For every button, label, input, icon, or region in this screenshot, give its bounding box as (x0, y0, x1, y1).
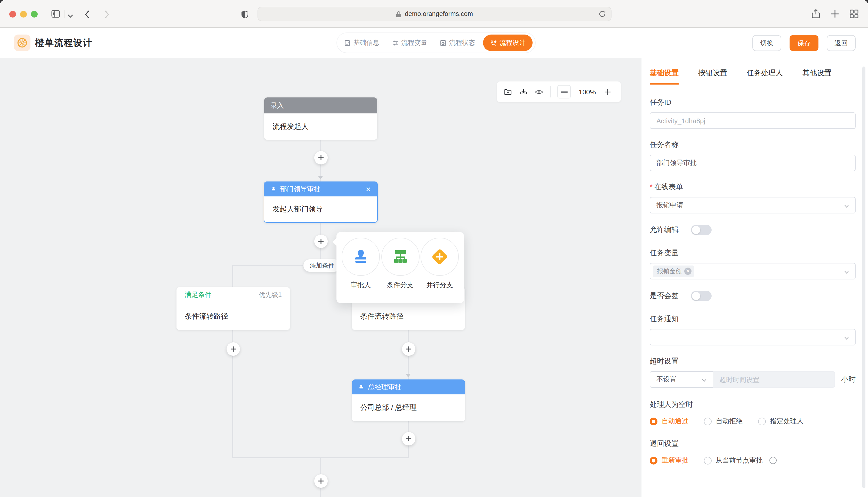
field-label: 超时设置 (650, 357, 856, 366)
field-label: 处理人为空时 (650, 400, 856, 409)
select-value: 报销申请 (657, 201, 683, 210)
back-button[interactable]: 返回 (827, 35, 856, 51)
remove-tag-icon[interactable]: ✕ (684, 268, 691, 275)
header-actions: 切换 保存 返回 (753, 35, 856, 51)
countersign-toggle[interactable] (691, 291, 712, 301)
tab-basic-settings[interactable]: 基础设置 (650, 58, 679, 85)
add-condition-pill[interactable]: 添加条件 (303, 259, 341, 272)
plus-icon (318, 155, 324, 161)
minus-icon (560, 87, 568, 96)
doc-status-icon (440, 40, 447, 46)
toolbar-divider (550, 86, 551, 97)
timeout-mode-select[interactable]: 不设置 (650, 371, 713, 388)
node-gm-body: 公司总部 / 总经理 (352, 394, 465, 421)
tab-task-handler[interactable]: 任务处理人 (747, 58, 783, 85)
add-node-button[interactable] (314, 151, 328, 165)
popup-item-parallel-branch[interactable]: 并行分支 (420, 238, 459, 303)
new-tab-icon[interactable] (830, 9, 840, 19)
download-icon[interactable] (519, 87, 528, 96)
shield-icon[interactable] (240, 9, 249, 19)
tab-overview-icon[interactable] (849, 9, 859, 19)
branch-left-drop (232, 265, 233, 288)
node-gm-title: 总经理审批 (368, 382, 401, 392)
sidebar-toggle-icon[interactable] (51, 9, 61, 19)
popup-item-approver[interactable]: 审批人 (341, 238, 380, 303)
field-label: 任务变量 (650, 248, 856, 258)
chevron-down-icon[interactable] (67, 11, 74, 21)
node-condition-left-body: 条件流转路径 (177, 303, 290, 330)
radio-re-approve[interactable]: 重新审批 (650, 456, 688, 465)
node-gm-approval[interactable]: 总经理审批 公司总部 / 总经理 (352, 380, 465, 421)
task-notify-select[interactable] (650, 329, 856, 345)
chevron-down-icon (701, 378, 707, 383)
chevron-down-icon (844, 335, 850, 341)
close-icon[interactable]: ✕ (366, 186, 371, 193)
panel-scrollbar[interactable] (862, 67, 865, 488)
radio-icon (704, 456, 712, 464)
add-node-button[interactable] (314, 474, 328, 488)
add-node-button[interactable] (314, 235, 328, 248)
share-icon[interactable] (811, 9, 821, 19)
radio-icon (650, 456, 658, 464)
zoom-out-button[interactable] (557, 85, 571, 98)
node-dept-approval[interactable]: 部门领导审批 ✕ 发起人部门领导 (264, 182, 378, 223)
radio-assign-handler[interactable]: 指定处理人 (758, 416, 803, 426)
nav-item-process-status[interactable]: 流程状态 (435, 34, 480, 51)
radio-auto-reject[interactable]: 自动拒绝 (704, 416, 743, 426)
address-bar[interactable]: demo.orangeforms.com (258, 7, 611, 21)
nav-item-process-design[interactable]: 流程设计 (483, 34, 533, 51)
node-dept-title: 部门领导审批 (280, 185, 320, 194)
browser-window: demo.orangeforms.com 橙单流程 (0, 0, 868, 497)
browser-chrome: demo.orangeforms.com (0, 0, 868, 28)
forward-icon[interactable] (101, 9, 111, 19)
connector-arrow (318, 176, 323, 180)
add-node-button[interactable] (402, 432, 415, 445)
back-icon[interactable] (83, 9, 93, 19)
zoom-window-button[interactable] (31, 11, 38, 17)
nav-item-label: 流程设计 (499, 39, 525, 47)
nav-item-label: 流程变量 (401, 39, 427, 47)
field-label: 是否会签 (650, 291, 679, 301)
close-window-button[interactable] (9, 11, 16, 17)
nav-item-process-variables[interactable]: 流程变量 (387, 34, 432, 51)
node-start[interactable]: 录入 流程发起人 (264, 97, 377, 140)
info-icon[interactable]: ! (769, 457, 777, 464)
add-node-button[interactable] (402, 342, 415, 356)
switch-button[interactable]: 切换 (753, 35, 781, 51)
open-folder-icon[interactable] (504, 87, 512, 96)
online-form-select[interactable]: 报销申请 (650, 197, 856, 213)
task-id-input[interactable] (650, 112, 856, 129)
tab-button-settings[interactable]: 按钮设置 (698, 58, 727, 85)
field-task-notify: 任务通知 (650, 314, 856, 345)
field-label: 任务ID (650, 98, 856, 107)
timeout-value-input[interactable] (713, 371, 835, 388)
flow-canvas[interactable]: 录入 流程发起人 部门领导审批 ✕ 发起人部门领导 添加条件 (0, 58, 641, 497)
minimize-window-button[interactable] (20, 11, 27, 17)
save-button[interactable]: 保存 (789, 35, 818, 51)
add-node-button[interactable] (226, 342, 240, 356)
tab-other-settings[interactable]: 其他设置 (802, 58, 831, 85)
eye-icon[interactable] (535, 87, 543, 96)
orange-icon (16, 37, 28, 48)
radio-label: 指定处理人 (770, 416, 803, 426)
nav-item-basic-info[interactable]: 基础信息 (340, 34, 384, 51)
field-countersign: 是否会签 (650, 291, 856, 301)
task-name-input[interactable] (650, 155, 856, 171)
select-value: 不设置 (657, 375, 677, 384)
radio-label: 自动通过 (662, 416, 688, 426)
popup-item-label: 审批人 (341, 281, 380, 290)
priority-label: 优先级1 (259, 290, 282, 299)
task-variables-select[interactable]: 报销金额 ✕ (650, 263, 856, 280)
radio-from-current-node[interactable]: 从当前节点审批 ! (704, 456, 777, 465)
refresh-icon[interactable] (598, 10, 606, 18)
radio-auto-approve[interactable]: 自动通过 (650, 416, 688, 426)
popup-item-condition-branch[interactable]: 条件分支 (381, 238, 420, 303)
node-condition-right-body: 条件流转路径 (352, 303, 465, 330)
field-task-name: 任务名称 (650, 140, 856, 171)
allow-edit-toggle[interactable] (691, 225, 712, 235)
chevron-down-icon (844, 269, 850, 275)
flow-icon (490, 40, 497, 46)
node-condition-left[interactable]: 满足条件 优先级1 条件流转路径 (177, 287, 290, 330)
plus-icon (318, 478, 324, 484)
zoom-in-button[interactable] (604, 88, 611, 96)
